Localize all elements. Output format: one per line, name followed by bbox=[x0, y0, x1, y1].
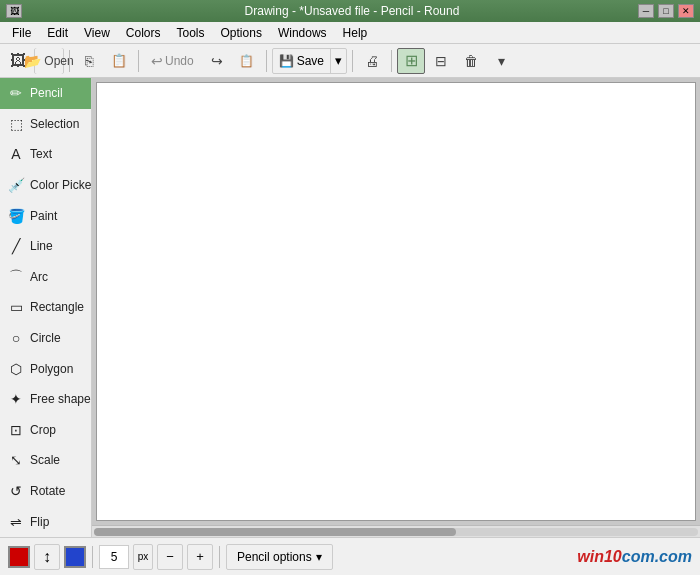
sidebar-item-color-picker[interactable]: 💉Color Picker bbox=[0, 170, 91, 201]
sidebar-item-flip[interactable]: ⇌Flip bbox=[0, 506, 91, 537]
sidebar: ✏Pencil⬚SelectionAText💉Color Picker🪣Pain… bbox=[0, 78, 92, 537]
sidebar-label-rectangle: Rectangle bbox=[30, 300, 84, 314]
sidebar-label-selection: Selection bbox=[30, 117, 79, 131]
menu-colors[interactable]: Colors bbox=[118, 24, 169, 42]
sidebar-item-rectangle[interactable]: ▭Rectangle bbox=[0, 292, 91, 323]
menu-bar: File Edit View Colors Tools Options Wind… bbox=[0, 22, 700, 44]
sidebar-item-circle[interactable]: ○Circle bbox=[0, 323, 91, 354]
maximize-btn[interactable]: □ bbox=[658, 4, 674, 18]
fg-color-swatch[interactable] bbox=[8, 546, 30, 568]
selection-icon: ⬚ bbox=[8, 116, 24, 132]
sidebar-item-polygon[interactable]: ⬡Polygon bbox=[0, 353, 91, 384]
undo-btn[interactable]: ↩ Undo bbox=[144, 48, 201, 74]
menu-view[interactable]: View bbox=[76, 24, 118, 42]
sidebar-item-arc[interactable]: ⌒Arc bbox=[0, 262, 91, 293]
canvas-area bbox=[92, 78, 700, 537]
sep2 bbox=[138, 50, 139, 72]
polygon-icon: ⬡ bbox=[8, 361, 24, 377]
sidebar-item-crop[interactable]: ⊡Crop bbox=[0, 415, 91, 446]
menu-help[interactable]: Help bbox=[335, 24, 376, 42]
pencil-icon: ✏ bbox=[8, 85, 24, 101]
increase-size-btn[interactable]: + bbox=[187, 544, 213, 570]
save-label: Save bbox=[297, 54, 324, 68]
sidebar-item-free-shape[interactable]: ✦Free shape bbox=[0, 384, 91, 415]
swap-colors-btn[interactable]: ↕ bbox=[34, 544, 60, 570]
menu-file[interactable]: File bbox=[4, 24, 39, 42]
layout-btn[interactable]: ⊟ bbox=[427, 48, 455, 74]
sep4 bbox=[352, 50, 353, 72]
arc-icon: ⌒ bbox=[8, 269, 24, 285]
sidebar-item-rotate[interactable]: ↺Rotate bbox=[0, 476, 91, 507]
size-input[interactable] bbox=[99, 545, 129, 569]
sidebar-label-polygon: Polygon bbox=[30, 362, 73, 376]
h-scrollbar[interactable] bbox=[92, 525, 700, 537]
sidebar-item-line[interactable]: ╱Line bbox=[0, 231, 91, 262]
sidebar-label-rotate: Rotate bbox=[30, 484, 65, 498]
sidebar-item-paint[interactable]: 🪣Paint bbox=[0, 200, 91, 231]
sidebar-label-pencil: Pencil bbox=[30, 86, 63, 100]
bot-sep2 bbox=[219, 546, 220, 568]
circle-icon: ○ bbox=[8, 330, 24, 346]
save-arrow-btn[interactable]: ▾ bbox=[331, 49, 346, 73]
open-icon: 📂 bbox=[24, 53, 41, 69]
sidebar-item-pencil[interactable]: ✏Pencil bbox=[0, 78, 91, 109]
sidebar-label-free-shape: Free shape bbox=[30, 392, 91, 406]
line-icon: ╱ bbox=[8, 238, 24, 254]
close-btn[interactable]: ✕ bbox=[678, 4, 694, 18]
bottom-bar: ↕ px − + Pencil options ▾ win10com.com bbox=[0, 537, 700, 575]
undo-icon: ↩ bbox=[151, 53, 163, 69]
sep3 bbox=[266, 50, 267, 72]
sep1 bbox=[69, 50, 70, 72]
delete-btn[interactable]: 🗑 bbox=[457, 48, 485, 74]
paste-btn[interactable]: 📋 bbox=[105, 48, 133, 74]
sidebar-item-selection[interactable]: ⬚Selection bbox=[0, 109, 91, 140]
save-btn[interactable]: 💾 Save bbox=[273, 49, 331, 73]
bg-color-swatch[interactable] bbox=[64, 546, 86, 568]
sidebar-label-crop: Crop bbox=[30, 423, 56, 437]
size-type-btn[interactable]: px bbox=[133, 544, 153, 570]
save-group: 💾 Save ▾ bbox=[272, 48, 347, 74]
color-picker-icon: 💉 bbox=[8, 177, 24, 193]
more-btn[interactable]: ▾ bbox=[487, 48, 515, 74]
canvas[interactable] bbox=[96, 82, 696, 521]
bot-sep1 bbox=[92, 546, 93, 568]
pencil-options-label: Pencil options bbox=[237, 550, 312, 564]
h-scroll-track bbox=[94, 528, 698, 536]
pencil-options-btn[interactable]: Pencil options ▾ bbox=[226, 544, 333, 570]
copy-btn[interactable]: ⎘ bbox=[75, 48, 103, 74]
crop-icon: ⊡ bbox=[8, 422, 24, 438]
menu-options[interactable]: Options bbox=[213, 24, 270, 42]
flip-icon: ⇌ bbox=[8, 514, 24, 530]
open-btn[interactable]: 📂 Open bbox=[35, 48, 63, 74]
menu-windows[interactable]: Windows bbox=[270, 24, 335, 42]
menu-tools[interactable]: Tools bbox=[169, 24, 213, 42]
minimize-btn[interactable]: ─ bbox=[638, 4, 654, 18]
save-disk-icon: 💾 bbox=[279, 54, 294, 68]
sidebar-label-color-picker: Color Picker bbox=[30, 178, 92, 192]
sidebar-item-text[interactable]: AText bbox=[0, 139, 91, 170]
decrease-size-btn[interactable]: − bbox=[157, 544, 183, 570]
grid-view-btn[interactable]: ⊞ bbox=[397, 48, 425, 74]
window-controls: ─ □ ✕ bbox=[638, 4, 694, 18]
free-shape-icon: ✦ bbox=[8, 391, 24, 407]
h-scroll-thumb bbox=[94, 528, 456, 536]
sidebar-label-arc: Arc bbox=[30, 270, 48, 284]
title-bar: 🖼 Drawing - *Unsaved file - Pencil - Rou… bbox=[0, 0, 700, 22]
sidebar-label-flip: Flip bbox=[30, 515, 49, 529]
sidebar-label-paint: Paint bbox=[30, 209, 57, 223]
redo-btn[interactable]: ↪ bbox=[203, 48, 231, 74]
rectangle-icon: ▭ bbox=[8, 299, 24, 315]
menu-edit[interactable]: Edit bbox=[39, 24, 76, 42]
window-title: Drawing - *Unsaved file - Pencil - Round bbox=[66, 4, 638, 18]
text-icon: A bbox=[8, 146, 24, 162]
clipboard-btn[interactable]: 📋 bbox=[233, 48, 261, 74]
toolbar: 🖼 📂 Open ⎘ 📋 ↩ Undo ↪ 📋 💾 Save ▾ 🖨 ⊞ ⊟ 🗑… bbox=[0, 44, 700, 78]
sidebar-label-text: Text bbox=[30, 147, 52, 161]
sidebar-label-scale: Scale bbox=[30, 453, 60, 467]
sep5 bbox=[391, 50, 392, 72]
print-btn[interactable]: 🖨 bbox=[358, 48, 386, 74]
watermark: win10com.com bbox=[577, 548, 692, 566]
scale-icon: ⤡ bbox=[8, 452, 24, 468]
app-icon-btn[interactable]: 🖼 bbox=[6, 4, 22, 18]
sidebar-item-scale[interactable]: ⤡Scale bbox=[0, 445, 91, 476]
